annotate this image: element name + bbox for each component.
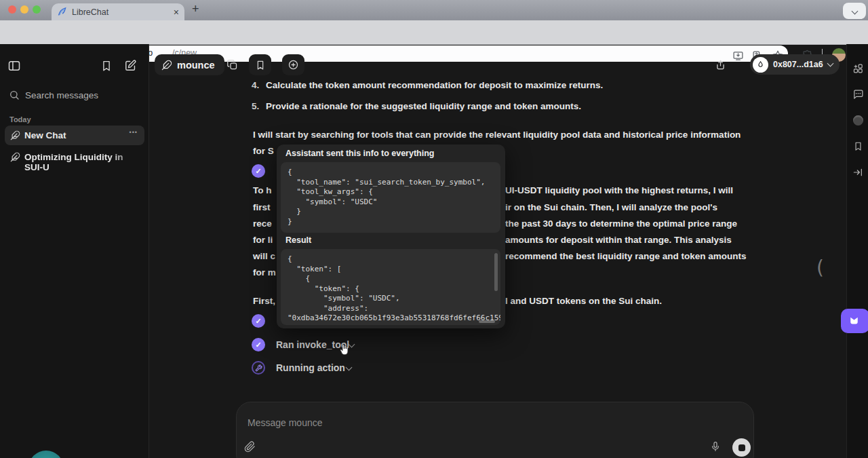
search-input[interactable]: Search messages bbox=[25, 90, 98, 100]
orb-icon[interactable] bbox=[853, 115, 863, 126]
list-item-text: Calculate the token amount recommendatio… bbox=[266, 80, 603, 90]
microphone-icon[interactable] bbox=[710, 441, 721, 452]
assistant-paragraph-line: I will start by searching for tools that… bbox=[253, 130, 741, 140]
step-complete-icon: ✓ bbox=[252, 164, 265, 178]
search-icon bbox=[9, 90, 20, 100]
step-complete-icon: ✓ bbox=[252, 314, 265, 328]
paragraph-fragment-left: First, bbox=[253, 296, 275, 306]
paragraph-fragment-right: UI-USDT liquidity pool with the highest … bbox=[505, 185, 733, 195]
tool-result-codeblock: { "token": [ { "token": { "symbol": "USD… bbox=[281, 249, 500, 325]
section-label-today: Today bbox=[9, 115, 31, 123]
code-scrollbar-vertical[interactable] bbox=[494, 253, 498, 291]
running-action-toggle[interactable]: Running action bbox=[276, 362, 345, 373]
tab-close-icon[interactable]: × bbox=[174, 7, 179, 18]
tearline-assistant-button[interactable] bbox=[841, 309, 868, 333]
item-options-icon[interactable]: ••• bbox=[130, 129, 138, 136]
sidebar: Search messages Today New Chat ••• Optim… bbox=[0, 44, 149, 458]
paragraph-fragment-left: will c bbox=[253, 251, 275, 261]
share-upload-icon bbox=[715, 59, 726, 71]
tool-result-json: { "token": [ { "token": { "symbol": "USD… bbox=[281, 249, 500, 325]
blocks-icon[interactable] bbox=[852, 63, 864, 75]
sidebar-item-optimizing[interactable]: Optimizing Liquidity in SUI-U bbox=[5, 147, 144, 167]
bookmark-button[interactable] bbox=[249, 54, 271, 75]
paragraph-fragment-right: ir on the Sui chain. Then, I will analyz… bbox=[505, 202, 717, 212]
add-multi-convo-button[interactable] bbox=[282, 54, 304, 75]
mouse-cursor-pointer bbox=[338, 343, 351, 357]
stop-icon bbox=[738, 444, 745, 451]
chevron-down-icon bbox=[851, 7, 858, 14]
panel-drag-handle[interactable]: ( bbox=[816, 256, 824, 279]
paragraph-fragment-right: recommend the best liquidity range and t… bbox=[505, 251, 747, 261]
message-input[interactable]: Message mounce bbox=[248, 417, 323, 428]
plus-circle-icon bbox=[288, 59, 299, 71]
paragraph-fragment-right: the past 30 days to determine the optima… bbox=[505, 218, 737, 229]
sidebar-toggle-icon[interactable] bbox=[7, 59, 21, 73]
quill-icon bbox=[161, 60, 172, 71]
stop-generating-button[interactable] bbox=[732, 438, 751, 457]
check-glyph: ✓ bbox=[255, 317, 261, 326]
tab-title: LibreChat bbox=[72, 7, 174, 17]
compare-button[interactable] bbox=[221, 54, 243, 75]
attach-file-icon[interactable] bbox=[244, 441, 256, 453]
wallet-button[interactable]: 0x807...d1a6 bbox=[750, 54, 840, 75]
bookmark-icon bbox=[255, 60, 266, 71]
traffic-light-minimize-button[interactable] bbox=[20, 5, 28, 14]
agent-name: mounce bbox=[177, 60, 215, 71]
paragraph-fragment-left: for m bbox=[253, 267, 276, 278]
chevron-down-icon[interactable] bbox=[346, 364, 353, 371]
tool-request-json: { "tool_name": "sui_search_token_by_symb… bbox=[281, 162, 500, 232]
paragraph-fragment-right: l and USDT tokens on the Sui chain. bbox=[505, 296, 662, 306]
browser-tab[interactable]: LibreChat × bbox=[52, 3, 184, 20]
traffic-light-close-button[interactable] bbox=[8, 5, 16, 14]
assistant-paragraph-line: for S bbox=[253, 146, 274, 156]
check-glyph: ✓ bbox=[255, 167, 261, 176]
sidebar-item-label: Optimizing Liquidity in SUI-U bbox=[24, 152, 144, 172]
install-icon[interactable] bbox=[732, 50, 744, 62]
list-number: 5. bbox=[252, 101, 259, 111]
new-tab-button[interactable]: + bbox=[192, 2, 199, 16]
tab-search-button[interactable] bbox=[843, 3, 866, 19]
list-number: 4. bbox=[252, 80, 259, 90]
code-scrollbar-horizontal[interactable] bbox=[479, 320, 495, 323]
paragraph-fragment-left: for li bbox=[253, 235, 273, 245]
browser-tab-strip: LibreChat × + bbox=[0, 0, 868, 20]
chevron-down-icon bbox=[827, 60, 833, 67]
paragraph-fragment-right: amounts for deposit within that range. T… bbox=[505, 235, 732, 245]
tool-request-codeblock: { "tool_name": "sui_search_token_by_symb… bbox=[281, 162, 500, 233]
tool-call-tooltip: Assistant sent this info to everything {… bbox=[277, 145, 505, 328]
result-label: Result bbox=[285, 235, 311, 245]
paragraph-fragment-left: rece bbox=[253, 218, 272, 229]
step-complete-icon: ✓ bbox=[252, 338, 265, 351]
traffic-light-zoom-button[interactable] bbox=[33, 5, 41, 14]
sidebar-item-label: New Chat bbox=[24, 130, 66, 140]
bookmark-icon[interactable] bbox=[853, 141, 863, 151]
tearline-logo-icon bbox=[849, 316, 861, 326]
wallet-address: 0x807...d1a6 bbox=[773, 60, 823, 69]
sui-logo-icon bbox=[753, 57, 768, 73]
sidebar-item-new-chat[interactable]: New Chat ••• bbox=[5, 126, 144, 145]
message-composer[interactable]: Message mounce bbox=[236, 402, 754, 458]
feather-icon bbox=[10, 152, 20, 162]
copy-icon bbox=[226, 59, 238, 71]
new-chat-icon[interactable] bbox=[124, 59, 137, 72]
check-glyph: ✓ bbox=[255, 341, 261, 349]
export-share-button[interactable] bbox=[709, 54, 732, 75]
collapse-panel-icon[interactable] bbox=[852, 167, 863, 178]
screen: LibreChat × + ← → ↻ tlib.test.tearline.i… bbox=[0, 0, 868, 458]
list-item-text: Provide a rationale for the suggested li… bbox=[266, 101, 581, 111]
bookmarks-icon[interactable] bbox=[100, 60, 113, 72]
librechat-favicon bbox=[57, 7, 67, 17]
running-action-spinner-icon bbox=[252, 361, 265, 375]
paragraph-fragment-left: To h bbox=[253, 185, 272, 195]
feather-icon bbox=[10, 130, 20, 140]
right-rail bbox=[846, 44, 868, 458]
agent-selector-button[interactable]: mounce bbox=[155, 54, 224, 75]
tooltip-title: Assistant sent this info to everything bbox=[285, 149, 434, 158]
paragraph-fragment-left: first bbox=[253, 202, 271, 212]
chat-bubble-icon[interactable] bbox=[852, 89, 864, 100]
browser-toolbar: ← → ↻ tlib.test.tearline.io /c/new bbox=[0, 20, 868, 45]
